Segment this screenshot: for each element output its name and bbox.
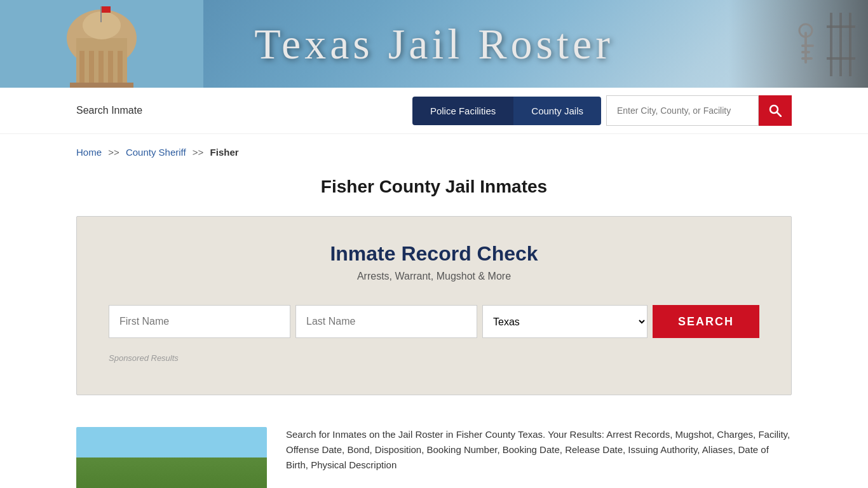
svg-rect-7 [108, 51, 113, 88]
state-select[interactable]: AlabamaAlaskaArizonaArkansasCaliforniaCo… [482, 305, 648, 338]
banner-title: Texas Jail Roster [254, 19, 614, 69]
svg-rect-19 [849, 13, 851, 76]
record-check-subtitle: Arrests, Warrant, Mugshot & More [109, 271, 759, 282]
svg-rect-4 [79, 51, 85, 88]
breadcrumb-sep1: >> [108, 147, 119, 158]
record-check-title: Inmate Record Check [109, 242, 759, 266]
bottom-section: Search for Inmates on the Jail Roster in… [0, 414, 868, 488]
svg-rect-9 [70, 83, 133, 88]
svg-rect-10 [100, 6, 102, 22]
svg-line-23 [777, 112, 781, 116]
location-image [76, 427, 267, 488]
svg-rect-21 [827, 57, 855, 60]
page-title-section: Fisher County Jail Inmates [0, 164, 868, 216]
breadcrumb-county-sheriff[interactable]: County Sheriff [126, 147, 186, 158]
breadcrumb: Home >> County Sheriff >> Fisher [0, 134, 868, 164]
svg-rect-11 [102, 6, 111, 13]
record-check-box: Inmate Record Check Arrests, Warrant, Mu… [76, 216, 792, 395]
page-title: Fisher County Jail Inmates [0, 177, 868, 197]
search-icon [769, 104, 782, 117]
svg-rect-18 [839, 13, 842, 76]
police-facilities-button[interactable]: Police Facilities [412, 97, 513, 125]
breadcrumb-current: Fisher [210, 147, 239, 158]
record-check-form: AlabamaAlaskaArizonaArkansasCaliforniaCo… [109, 305, 759, 338]
navbar: Search Inmate Police Facilities County J… [0, 88, 868, 134]
header-banner: Texas Jail Roster [0, 0, 868, 88]
search-inmate-label: Search Inmate [76, 105, 142, 116]
nav-search-container [606, 95, 792, 126]
breadcrumb-sep2: >> [193, 147, 204, 158]
svg-rect-14 [801, 44, 814, 47]
svg-rect-17 [830, 13, 832, 76]
sponsored-label: Sponsored Results [109, 353, 759, 363]
last-name-input[interactable] [295, 305, 477, 338]
svg-rect-8 [118, 51, 123, 88]
capitol-image [0, 0, 203, 88]
nav-buttons: Police Facilities County Jails [412, 97, 601, 125]
facility-search-button[interactable] [759, 95, 792, 126]
county-jails-button[interactable]: County Jails [513, 97, 601, 125]
svg-rect-5 [89, 51, 94, 88]
svg-rect-20 [827, 25, 855, 28]
facility-search-input[interactable] [606, 95, 759, 126]
bottom-description: Search for Inmates on the Jail Roster in… [286, 427, 792, 488]
svg-rect-15 [801, 51, 810, 53]
svg-rect-6 [98, 51, 104, 88]
breadcrumb-home[interactable]: Home [76, 147, 102, 158]
first-name-input[interactable] [109, 305, 290, 338]
tree-image [76, 427, 267, 488]
svg-rect-16 [801, 57, 813, 60]
inmate-search-button[interactable]: SEARCH [653, 305, 759, 338]
